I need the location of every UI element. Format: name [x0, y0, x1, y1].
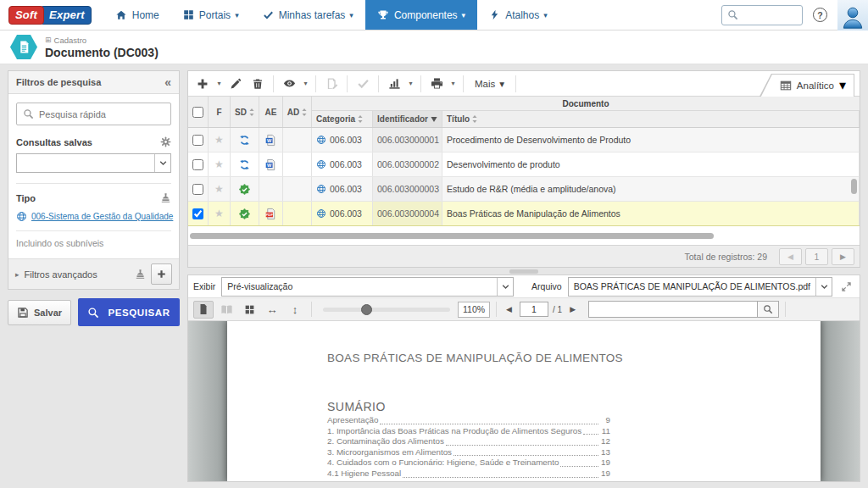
toc-item: 4. Cuidados com o Funcionário: Higiene, … — [327, 458, 610, 469]
add-button[interactable] — [192, 74, 214, 94]
nav-portais[interactable]: Portais ▾ — [171, 0, 251, 30]
cell-categoria: 006.003 — [330, 135, 362, 145]
clear-filter-stamp-icon[interactable] — [135, 269, 146, 280]
save-button[interactable]: Salvar — [8, 300, 71, 325]
table-row-selected[interactable]: ★ 006.003 006.003000004 Boas Práticas de… — [188, 202, 860, 226]
toc-item: 1. Importância das Boas Práticas na Prod… — [327, 426, 610, 437]
chart-button[interactable] — [383, 74, 405, 94]
table-row[interactable]: ★ 006.003 006.003000001 Procedimento de … — [188, 128, 860, 152]
fit-width-button[interactable]: ↔ — [262, 301, 282, 319]
view-button[interactable] — [278, 74, 300, 94]
pdf-page: BOAS PRÁTICAS DE MANIPULAÇÃO DE ALIMENTO… — [227, 321, 821, 481]
word-file-icon[interactable] — [264, 134, 277, 147]
column-header-ae[interactable]: AE — [259, 97, 283, 127]
chevron-down-icon[interactable] — [815, 278, 832, 296]
horizontal-scrollbar[interactable] — [190, 233, 714, 239]
exibir-value: Pré-visualização — [222, 278, 497, 296]
column-header-titulo[interactable]: Título — [442, 111, 860, 127]
panel-splitter[interactable] — [187, 268, 860, 274]
row-checkbox[interactable] — [192, 184, 203, 195]
print-button[interactable] — [426, 74, 448, 94]
global-search-input[interactable] — [743, 10, 794, 20]
cell-identificador: 006.003000002 — [377, 159, 439, 169]
next-page-button[interactable]: ▶ — [832, 248, 854, 265]
view-dropdown-button[interactable]: ▾ — [300, 74, 311, 94]
collapse-sidebar-icon[interactable]: « — [164, 76, 171, 88]
favorite-star-icon[interactable]: ★ — [214, 158, 224, 170]
gear-icon[interactable] — [160, 136, 171, 147]
advanced-filters-toggle[interactable]: Filtros avançados — [25, 269, 130, 280]
chevron-down-icon[interactable] — [154, 154, 170, 172]
row-checkbox[interactable] — [192, 135, 203, 146]
pdf-next-page-button[interactable]: ▶ — [566, 305, 579, 313]
prev-page-button[interactable]: ◀ — [779, 248, 802, 265]
edit-button[interactable] — [225, 74, 247, 94]
splitter-grip[interactable] — [509, 269, 538, 274]
delete-button[interactable] — [247, 74, 269, 94]
row-checkbox[interactable] — [192, 208, 203, 219]
logo-expert: Expert — [40, 6, 92, 25]
chevron-down-icon[interactable] — [497, 278, 513, 296]
table-row[interactable]: ★ 006.003 006.003000002 Desenvolvimento … — [188, 152, 860, 177]
thumbnails-button[interactable] — [239, 301, 259, 319]
zoom-slider-knob[interactable] — [361, 304, 372, 315]
nav-home-label: Home — [132, 9, 159, 21]
column-header-ad[interactable]: AD — [283, 97, 312, 127]
quick-search-input[interactable] — [39, 109, 164, 119]
cell-titulo: Desenvolvimento de produto — [447, 159, 560, 169]
pdf-viewer[interactable]: BOAS PRÁTICAS DE MANIPULAÇÃO DE ALIMENTO… — [188, 321, 860, 481]
pencil-icon — [230, 78, 242, 90]
grid-footer: Total de registros: 29 ◀ 1 ▶ — [188, 245, 860, 267]
tree-expand-icon[interactable]: ⊞ — [45, 36, 52, 44]
global-search-box[interactable] — [721, 5, 803, 25]
add-dropdown-button[interactable]: ▾ — [214, 74, 225, 94]
help-icon[interactable]: ? — [813, 8, 827, 22]
pdf-prev-page-button[interactable]: ◀ — [503, 305, 515, 313]
column-header-sd[interactable]: SD — [231, 97, 259, 127]
pdf-find-input[interactable] — [588, 301, 758, 318]
quick-search-box[interactable] — [16, 103, 171, 125]
column-header-categoria[interactable]: Categoria — [312, 111, 373, 127]
saved-queries-select[interactable] — [16, 153, 171, 173]
more-menu-button[interactable]: Mais ▾ — [468, 78, 511, 90]
clear-filter-stamp-icon[interactable] — [160, 192, 171, 203]
favorite-star-icon[interactable]: ★ — [214, 183, 224, 195]
chart-dropdown-button[interactable]: ▾ — [405, 74, 416, 94]
favorite-star-icon[interactable]: ★ — [214, 134, 224, 146]
globe-icon — [316, 208, 326, 219]
pdf-file-icon[interactable] — [264, 208, 277, 220]
column-header-identificador[interactable]: Identificador — [373, 111, 442, 127]
nav-home[interactable]: Home — [103, 0, 171, 30]
zoom-slider[interactable] — [323, 308, 450, 312]
view-mode-label: Analítico — [797, 80, 834, 91]
fit-height-button[interactable]: ↕ — [285, 301, 305, 319]
arquivo-select[interactable]: BOAS PRÁTICAS DE MANIPULAÇÃO DE ALIMENTO… — [568, 277, 832, 297]
word-file-icon[interactable] — [264, 158, 277, 171]
view-mode-tab[interactable]: Analítico ▾ — [760, 74, 854, 97]
preview-controls: Exibir Pré-visualização Arquivo BOAS PRÁ… — [188, 275, 860, 298]
search-submit-button[interactable]: PESQUISAR — [78, 298, 180, 326]
nav-minhas-tarefas[interactable]: Minhas tarefas ▾ — [251, 0, 365, 30]
exibir-select[interactable]: Pré-visualização — [221, 277, 514, 297]
type-filter-link[interactable]: 006-Sistema de Gestão da Qualidade — [31, 212, 173, 221]
softexpert-logo[interactable]: Soft Expert — [0, 0, 103, 30]
fullscreen-expand-icon[interactable] — [838, 279, 854, 294]
column-header-f[interactable]: F — [209, 97, 231, 127]
favorite-star-icon[interactable]: ★ — [214, 208, 224, 219]
pdf-page-input[interactable] — [520, 302, 548, 317]
globe-icon — [316, 159, 326, 169]
summary-heading: SUMÁRIO — [327, 400, 610, 413]
print-dropdown-button[interactable]: ▾ — [448, 74, 459, 94]
nav-atalhos[interactable]: Atalhos ▾ — [477, 0, 559, 30]
table-row[interactable]: ★ 006.003 006.003000003 Estudo de R&R (m… — [188, 177, 860, 202]
user-avatar[interactable] — [837, 0, 868, 30]
nav-componentes[interactable]: Componentes ▾ — [365, 0, 477, 30]
current-page-button[interactable]: 1 — [805, 248, 828, 265]
exibir-label: Exibir — [193, 281, 215, 291]
select-all-checkbox[interactable] — [192, 107, 203, 118]
pdf-find-button[interactable] — [758, 301, 779, 318]
row-checkbox[interactable] — [192, 159, 203, 170]
single-page-view-button[interactable] — [193, 301, 214, 319]
add-filter-button[interactable] — [151, 263, 172, 285]
vertical-scrollbar[interactable] — [851, 179, 857, 194]
